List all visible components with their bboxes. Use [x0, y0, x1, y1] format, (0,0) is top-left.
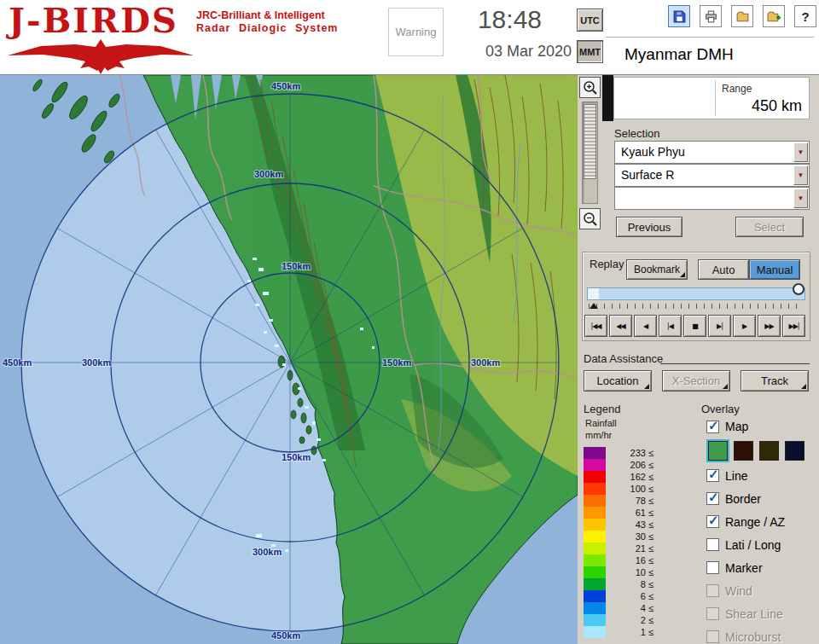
zoom-out-button[interactable] [579, 208, 601, 229]
zoom-in-icon [583, 80, 598, 96]
auto-button[interactable]: Auto [698, 259, 749, 280]
data-assistance-button[interactable]: Location [584, 370, 652, 392]
zoom-slider[interactable] [582, 102, 598, 204]
bookmark-button-label: Bookmark [634, 264, 680, 276]
checkbox[interactable] [706, 492, 719, 505]
bookmark-button[interactable]: Bookmark [626, 259, 688, 280]
legend-label: Legend [584, 403, 620, 415]
overlay-item[interactable]: Wind [706, 579, 817, 602]
checkbox[interactable] [706, 607, 719, 620]
map-style-swatch[interactable] [785, 441, 804, 461]
zoom-out-icon [583, 212, 598, 227]
data-assistance-rule [660, 363, 810, 364]
legend-color-swatch [584, 626, 606, 638]
legend-color-swatch [584, 459, 606, 471]
data-assistance-button-label: Track [761, 374, 788, 387]
help-button[interactable]: ? [794, 5, 816, 27]
product-dropdown-value: Surface R [621, 165, 674, 186]
legend-value: 162 ≤ [606, 472, 653, 482]
utc-button[interactable]: UTC [577, 9, 603, 32]
data-assistance-label: Data Assistance [584, 352, 663, 365]
playback-button[interactable]: ■ [683, 315, 706, 337]
checkbox[interactable] [706, 538, 719, 551]
playback-button[interactable]: ▶▶| [782, 315, 805, 337]
legend-value: 233 ≤ [606, 448, 653, 458]
jbirds-app: J-BIRDS JRC-Brilliant & Intelligent Rada… [0, 0, 819, 644]
select-button[interactable]: Select [735, 217, 804, 237]
save-button[interactable] [668, 5, 690, 27]
range-ring-label: 150km [282, 261, 311, 271]
overlay-item[interactable]: Line [706, 464, 817, 487]
checkbox[interactable] [706, 584, 719, 597]
overlay-item[interactable]: Border [706, 487, 817, 510]
chevron-down-icon[interactable]: ▼ [793, 165, 808, 185]
playback-button[interactable]: |◀◀ [584, 315, 607, 337]
playback-button[interactable]: ▶▶ [758, 315, 781, 337]
overlay-item-map[interactable]: Map [706, 416, 817, 437]
checkbox[interactable] [706, 630, 719, 643]
map-style-swatch[interactable] [708, 441, 728, 461]
overlay-item[interactable]: Marker [706, 556, 817, 579]
previous-button[interactable]: Previous [616, 217, 682, 237]
legend-value: 10 ≤ [606, 567, 653, 577]
radar-map-view[interactable]: 450km 300km 150km 450km 300km 150km 300k… [0, 75, 578, 644]
logo-subtitle-line2: Radar Dialogic System [196, 22, 338, 35]
legend-color-swatch [584, 483, 606, 495]
legend-color-swatch [584, 531, 606, 542]
data-assistance-button[interactable]: Track [741, 370, 809, 392]
logo-title: J-BIRDS [9, 0, 178, 40]
replay-group: Replay Bookmark Auto Manual |◀◀ ◀◀ ◀ [582, 252, 810, 341]
data-assistance-button[interactable]: X-Section [662, 370, 730, 392]
overlay-item-label: Shear Line [725, 607, 783, 621]
manual-button[interactable]: Manual [749, 259, 800, 280]
timeline-slider-handle[interactable] [793, 283, 804, 295]
overlay-item[interactable]: Shear Line [706, 602, 817, 625]
legend-scale: 233 ≤ 206 ≤ 162 ≤ 100 ≤ [584, 447, 653, 638]
map-style-swatch[interactable] [734, 441, 753, 461]
legend-entry: 2 ≤ [584, 614, 653, 626]
open-folder-button[interactable] [731, 5, 753, 27]
overlay-item[interactable]: Range / AZ [706, 510, 817, 533]
playback-button[interactable]: ◀ [634, 315, 657, 337]
playback-button[interactable]: |◀ [659, 315, 682, 337]
playback-button[interactable]: ◀◀ [609, 315, 632, 337]
checkbox[interactable] [706, 561, 719, 574]
print-button[interactable] [700, 5, 722, 27]
checkbox[interactable] [706, 469, 719, 482]
overlay-list: Map Line [706, 416, 817, 644]
export-button[interactable] [763, 5, 785, 27]
legend-value: 6 ≤ [606, 591, 653, 601]
zoom-slider-handle[interactable] [584, 104, 596, 179]
legend-entry: 162 ≤ [584, 471, 653, 483]
overlay-label: Overlay [701, 403, 740, 415]
playback-button[interactable]: ▶| [708, 315, 731, 337]
option-dropdown[interactable]: ▼ [614, 187, 810, 210]
map-style-swatches [706, 437, 817, 464]
mmt-button[interactable]: MMT [577, 40, 603, 63]
overlay-item[interactable]: Microburst [706, 625, 817, 644]
legend-entry: 233 ≤ [584, 447, 653, 459]
legend-color-swatch [584, 602, 606, 614]
chevron-down-icon[interactable]: ▼ [793, 189, 808, 208]
clock-date: 03 Mar 2020 [425, 43, 572, 61]
chevron-down-icon[interactable]: ▼ [793, 142, 808, 162]
corner-arrow-icon [723, 384, 728, 389]
help-icon: ? [801, 9, 809, 24]
overlay-items: Line Border Range / AZ Lati / Lo [706, 464, 817, 644]
range-ring-label: 450km [271, 81, 300, 91]
overlay-item[interactable]: Lati / Long [706, 533, 817, 556]
legend-value: 4 ≤ [606, 603, 653, 613]
product-dropdown[interactable]: Surface R ▼ [614, 164, 810, 187]
playback-button[interactable]: ▶ [733, 315, 756, 337]
open-folder-icon [735, 9, 750, 24]
export-icon [767, 9, 781, 24]
selection-label: Selection [614, 127, 659, 140]
site-dropdown[interactable]: Kyauk Phyu ▼ [614, 141, 810, 164]
checkbox[interactable] [706, 515, 719, 528]
clock-time: 18:48 [439, 5, 542, 34]
zoom-in-button[interactable] [579, 77, 601, 98]
checkbox[interactable] [706, 421, 719, 433]
replay-timeline-slider[interactable] [587, 287, 805, 300]
legend-entry: 8 ≤ [584, 578, 653, 590]
map-style-swatch[interactable] [759, 441, 779, 461]
